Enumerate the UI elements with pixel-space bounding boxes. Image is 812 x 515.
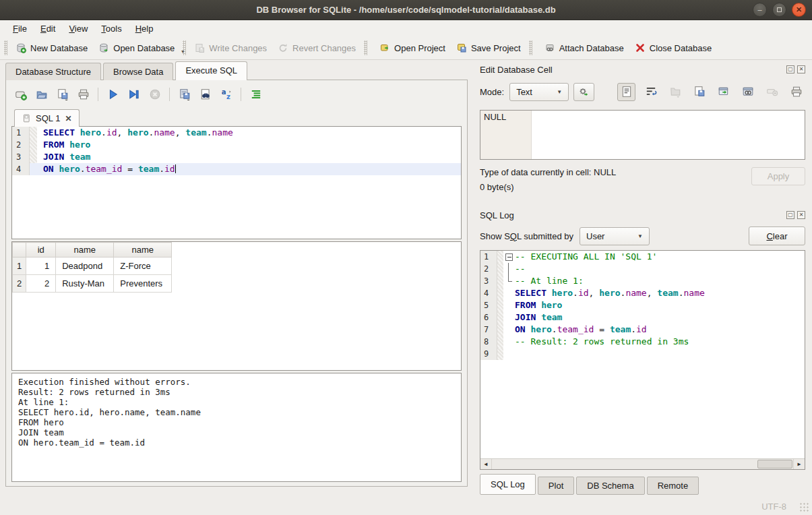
close-icon[interactable]: ✕ [792, 3, 806, 17]
titlebar[interactable]: DB Browser for SQLite - /home/user/code/… [0, 0, 812, 20]
find-replace-icon[interactable]: az [217, 86, 235, 104]
column-header[interactable]: name [56, 243, 114, 258]
tab-plot[interactable]: Plot [538, 477, 574, 495]
table-row[interactable]: 11DeadpondZ-Force [13, 258, 172, 275]
sql-subtab-bar: SQL 1 ✕ [11, 107, 462, 126]
toolbar-handle[interactable] [4, 40, 7, 55]
results-grid[interactable]: idnamename 11DeadpondZ-Force22Rusty-ManP… [11, 241, 462, 371]
execute-all-icon[interactable] [104, 86, 122, 104]
cell-text-area[interactable] [532, 111, 805, 159]
editor-line[interactable]: 1SELECT hero.id, hero.name, team.name [12, 127, 461, 139]
open-database-button[interactable]: Open Database ▾ [93, 39, 180, 57]
editor-line[interactable]: 3JOIN team [12, 151, 461, 163]
scroll-left-icon[interactable]: ◀ [480, 459, 492, 469]
minimize-icon[interactable]: – [753, 3, 767, 17]
scroll-thumb[interactable] [757, 460, 792, 468]
toolbar-handle[interactable] [364, 40, 367, 55]
import-data-icon [666, 83, 684, 101]
attach-database-button[interactable]: Attach Database [539, 39, 629, 57]
table-cell[interactable]: Z-Force [114, 258, 172, 275]
tab-sql-log[interactable]: SQL Log [480, 474, 536, 495]
open-sql-file-icon[interactable] [32, 86, 51, 104]
execute-current-line-icon[interactable] [125, 86, 143, 104]
sql-document-icon [22, 114, 31, 123]
close-panel-icon[interactable]: ✕ [797, 65, 805, 73]
subtab-sql-1[interactable]: SQL 1 ✕ [14, 109, 80, 127]
clear-button[interactable]: Clear [749, 226, 805, 245]
edit-cell-title: Edit Database Cell [480, 65, 786, 75]
encoding-indicator[interactable]: UTF-8 [761, 502, 786, 512]
resize-grip-icon[interactable] [799, 502, 809, 512]
tab-execute-sql[interactable]: Execute SQL [175, 61, 247, 80]
toolbar-separator [98, 88, 98, 101]
svg-text:z: z [226, 93, 230, 100]
mode-value: Text [516, 87, 532, 97]
maximize-icon[interactable] [772, 3, 786, 17]
save-project-button[interactable]: Save Project [451, 39, 526, 57]
tab-db-schema[interactable]: DB Schema [576, 477, 644, 495]
float-panel-icon[interactable]: ▢ [786, 211, 794, 219]
new-database-button[interactable]: New Database [10, 39, 93, 57]
new-tab-icon[interactable] [11, 86, 30, 104]
menu-view[interactable]: View [62, 22, 94, 36]
results-body: 11DeadpondZ-Force22Rusty-ManPreventers [13, 258, 172, 293]
text-mode-icon[interactable] [617, 83, 635, 101]
fold-marker-icon[interactable] [503, 251, 513, 263]
close-database-button[interactable]: Close Database [629, 39, 718, 57]
dropdown-caret-icon[interactable]: ▾ [181, 49, 184, 55]
menu-help[interactable]: Help [129, 22, 160, 36]
print-cell-icon[interactable] [787, 83, 805, 101]
scroll-right-icon[interactable]: ▶ [793, 459, 805, 469]
table-cell[interactable]: Deadpond [56, 258, 114, 275]
button-label: Attach Database [559, 43, 624, 53]
menu-file[interactable]: File [6, 22, 34, 36]
horizontal-scrollbar[interactable]: ◀ ▶ [480, 458, 805, 469]
toolbar-handle[interactable] [529, 40, 532, 55]
open-project-icon [379, 42, 390, 53]
apply-button: Apply [751, 167, 805, 185]
scroll-track[interactable] [492, 459, 793, 469]
sql-log-view[interactable]: 1-- EXECUTING ALL IN 'SQL 1'2--3-- At li… [480, 250, 805, 470]
tab-remote[interactable]: Remote [647, 477, 699, 495]
print-icon[interactable] [74, 86, 92, 104]
column-header[interactable]: name [114, 243, 172, 258]
revert-changes-icon [278, 42, 288, 53]
close-panel-icon[interactable]: ✕ [797, 211, 805, 219]
cell-value-editor[interactable]: NULL [480, 110, 805, 160]
table-cell[interactable]: Rusty-Man [56, 275, 114, 293]
table-cell[interactable]: Preventers [114, 275, 172, 293]
link-cell-icon[interactable] [739, 83, 757, 101]
stop-icon [146, 86, 164, 104]
mode-select[interactable]: Text ▼ [509, 83, 569, 101]
sql-editor[interactable]: 1SELECT hero.id, hero.name, team.name2FR… [11, 126, 462, 239]
toolbar-separator [169, 88, 170, 101]
table-cell[interactable]: 2 [26, 275, 56, 293]
word-wrap-icon[interactable] [642, 83, 660, 101]
tab-browse-data[interactable]: Browse Data [103, 63, 173, 80]
menu-edit[interactable]: Edit [34, 22, 62, 36]
open-project-button[interactable]: Open Project [374, 39, 451, 57]
open-external-icon[interactable] [714, 83, 732, 101]
log-line: 4SELECT hero.id, hero.name, team.name [480, 287, 805, 299]
float-panel-icon[interactable]: ▢ [786, 65, 794, 73]
log-line: 2-- [480, 263, 805, 275]
column-header[interactable]: id [26, 243, 56, 258]
format-sql-icon[interactable] [247, 86, 265, 104]
find-icon[interactable] [196, 86, 214, 104]
cell-toolbar [617, 83, 805, 101]
export-data-icon[interactable] [690, 83, 708, 101]
editor-line[interactable]: 2FROM hero [12, 139, 461, 151]
attach-database-icon [544, 42, 555, 53]
close-tab-icon[interactable]: ✕ [65, 114, 71, 123]
export-results-icon[interactable] [175, 86, 193, 104]
menu-tools[interactable]: Tools [94, 22, 128, 36]
editor-line[interactable]: 4ON hero.team_id = team.id [12, 163, 461, 175]
sql-log-lines: 1-- EXECUTING ALL IN 'SQL 1'2--3-- At li… [480, 251, 805, 458]
tab-database-structure[interactable]: Database Structure [5, 63, 101, 80]
table-cell[interactable]: 1 [26, 258, 56, 275]
auto-switch-mode-button[interactable] [573, 83, 594, 101]
table-row[interactable]: 22Rusty-ManPreventers [13, 275, 172, 293]
filter-label: Show SQL submitted by [480, 231, 573, 241]
save-sql-file-icon[interactable] [53, 86, 71, 104]
filter-select[interactable]: User ▼ [580, 227, 650, 245]
